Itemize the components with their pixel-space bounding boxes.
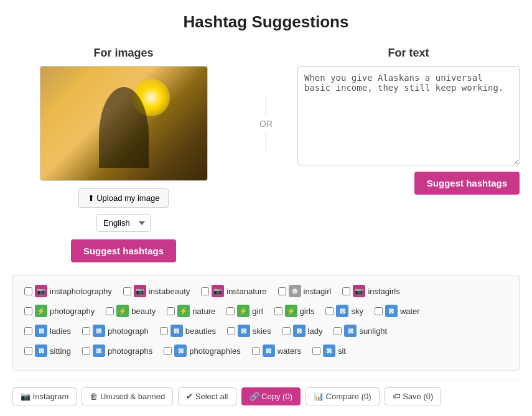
list-item: ⊠ sitting <box>21 343 75 359</box>
upload-image-button[interactable]: ⬆ Upload my image <box>78 188 169 208</box>
copy-button[interactable]: 🔗 Copy (0) <box>241 387 301 405</box>
green-icon: ⚡ <box>285 305 297 317</box>
blue-icon: ⊠ <box>293 325 306 337</box>
suggest-hashtags-text-button[interactable]: Suggest hashtags <box>414 172 520 195</box>
hashtag-label: photograph <box>108 326 149 336</box>
hashtag-checkbox-lady[interactable] <box>282 327 291 335</box>
hashtag-label: instagirls <box>368 287 399 296</box>
list-item: ⊗ instagirl <box>274 283 335 299</box>
hashtag-label: photographies <box>189 346 240 356</box>
hashtag-checkbox-sky[interactable] <box>325 307 334 315</box>
hashtag-checkbox-girl[interactable] <box>226 307 235 315</box>
image-preview <box>40 66 208 181</box>
list-item: 📷 instanature <box>197 283 270 299</box>
hashtag-row-3: ⊠ ladies ⊠ photograph ⊠ beauties ⊠ skies… <box>21 323 511 339</box>
list-item: 📷 instaphotography <box>21 283 116 299</box>
list-item: 📷 instagirls <box>338 283 403 299</box>
green-icon: ⚡ <box>237 305 250 317</box>
or-text: OR <box>259 119 273 129</box>
unused-banned-button[interactable]: 🗑 Unused & banned <box>82 387 173 405</box>
list-item: ⊠ photographies <box>160 343 244 359</box>
list-item: ⊠ sit <box>309 343 350 359</box>
blue-icon: ⊠ <box>263 344 275 357</box>
green-icon: ⚡ <box>116 305 129 317</box>
instagram-icon: 📷 <box>134 285 146 297</box>
list-item: ⚡ photography <box>21 303 98 319</box>
bottom-toolbar: 📷 Instagram 🗑 Unused & banned ✔ Select a… <box>12 381 520 412</box>
hashtag-checkbox-sunlight[interactable] <box>334 327 342 335</box>
page-title: Hashtag Suggestions <box>12 12 520 32</box>
hashtag-label: instaphotography <box>50 287 112 296</box>
hashtag-label: sky <box>351 307 363 316</box>
hashtag-label: photographs <box>108 346 152 356</box>
select-all-button[interactable]: ✔ Select all <box>178 387 236 405</box>
instagram-icon: 📷 <box>353 285 365 297</box>
hashtag-checkbox-girls[interactable] <box>274 307 282 315</box>
hashtag-checkbox-photographies[interactable] <box>164 347 172 355</box>
list-item: ⊠ photograph <box>78 323 152 339</box>
blue-icon: ⊠ <box>174 344 187 357</box>
hashtag-checkbox-sitting[interactable] <box>24 347 32 355</box>
hashtag-checkbox-water[interactable] <box>375 307 383 315</box>
hashtag-label: photography <box>50 307 95 316</box>
hashtag-checkbox-beauties[interactable] <box>160 327 168 335</box>
blue-icon: ⊠ <box>323 344 335 357</box>
list-item: ⚡ beauty <box>102 303 159 319</box>
blue-icon: ⊠ <box>93 344 105 357</box>
gray-icon: ⊗ <box>289 285 301 297</box>
hashtag-label: girls <box>300 307 315 316</box>
compare-button[interactable]: 📊 Compare (0) <box>306 387 380 405</box>
blue-icon: ⊠ <box>336 305 348 317</box>
instagram-icon: 📷 <box>35 285 47 297</box>
hashtag-checkbox-skies[interactable] <box>227 327 235 335</box>
hashtag-checkbox-waters[interactable] <box>252 347 260 355</box>
save-button[interactable]: 🏷 Save (0) <box>385 387 442 405</box>
hashtag-label: instabeauty <box>149 287 190 296</box>
instagram-button[interactable]: 📷 Instagram <box>12 387 77 405</box>
list-item: ⊠ sky <box>322 303 367 319</box>
hashtag-checkbox-photography[interactable] <box>24 307 32 315</box>
hashtag-checkbox-ladies[interactable] <box>24 327 32 335</box>
blue-icon: ⊠ <box>93 325 105 337</box>
hashtag-label: waters <box>278 346 301 356</box>
hashtag-label: sit <box>338 346 346 356</box>
list-item: ⊠ ladies <box>21 323 75 339</box>
list-item: ⊠ sunlight <box>330 323 391 339</box>
hashtag-checkbox-instagirl[interactable] <box>278 287 286 295</box>
hashtag-row-2: ⚡ photography ⚡ beauty ⚡ nature ⚡ girl ⚡ <box>21 303 511 319</box>
hashtag-grid: 📷 instaphotography 📷 instabeauty 📷 insta… <box>12 275 520 371</box>
hashtag-checkbox-photograph[interactable] <box>82 327 90 335</box>
or-line-bottom <box>266 132 266 151</box>
hashtag-label: water <box>400 307 420 316</box>
hashtag-checkbox-instanature[interactable] <box>201 287 209 295</box>
hashtag-checkbox-photographs[interactable] <box>82 347 90 355</box>
text-input[interactable]: When you give Alaskans a universal basic… <box>297 66 520 165</box>
hashtag-checkbox-beauty[interactable] <box>106 307 114 315</box>
hashtag-checkbox-nature[interactable] <box>167 307 175 315</box>
hashtag-checkbox-instabeauty[interactable] <box>123 287 131 295</box>
hashtag-label: ladies <box>50 326 71 336</box>
list-item: 📷 instabeauty <box>119 283 194 299</box>
hashtag-label: instagirl <box>304 287 332 296</box>
hashtag-label: skies <box>253 326 271 336</box>
hashtag-label: beauty <box>131 307 156 316</box>
list-item: ⊠ lady <box>279 323 327 339</box>
text-section-label: For text <box>388 47 429 60</box>
list-item: ⊠ water <box>371 303 424 319</box>
or-line-top <box>266 96 266 115</box>
list-item: ⚡ nature <box>163 303 219 319</box>
images-section-label: For images <box>93 47 153 60</box>
hashtag-label: nature <box>192 307 215 316</box>
hashtag-label: instanature <box>226 287 266 296</box>
green-icon: ⚡ <box>177 305 190 317</box>
list-item: ⊠ beauties <box>156 323 220 339</box>
images-section: For images ⬆ Upload my image English Fre… <box>12 47 235 262</box>
hashtag-row-1: 📷 instaphotography 📷 instabeauty 📷 insta… <box>21 283 511 299</box>
language-select[interactable]: English French Spanish <box>96 214 151 232</box>
hashtag-label: lady <box>308 326 323 336</box>
hashtag-checkbox-instagirls[interactable] <box>342 287 350 295</box>
hashtag-checkbox-sit[interactable] <box>312 347 320 355</box>
blue-icon: ⊠ <box>238 325 250 337</box>
hashtag-checkbox-instaphotography[interactable] <box>24 287 32 295</box>
suggest-hashtags-image-button[interactable]: Suggest hashtags <box>71 239 176 262</box>
